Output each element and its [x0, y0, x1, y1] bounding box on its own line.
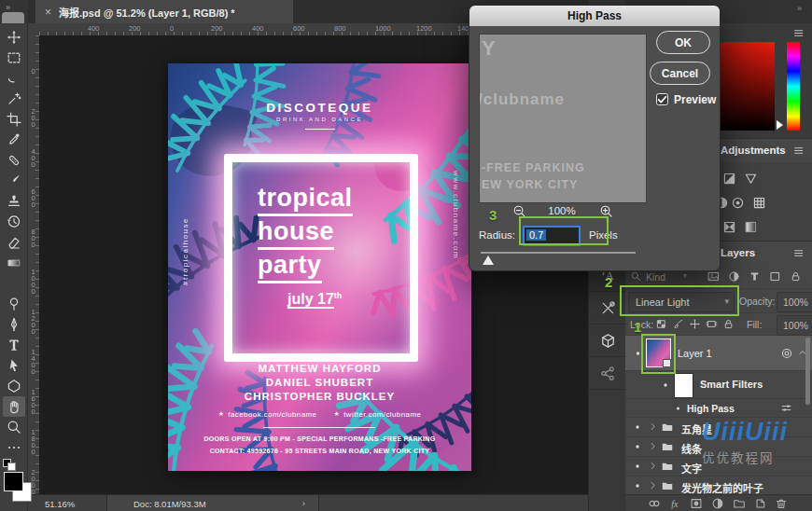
layer-group-row[interactable]: 五角星: [625, 418, 812, 437]
levels-adjustment-icon[interactable]: [722, 172, 736, 186]
foreground-color-swatch[interactable]: [4, 472, 23, 491]
eye-icon[interactable]: [631, 460, 644, 473]
filter-item-row[interactable]: High Pass: [625, 399, 812, 418]
tool-move[interactable]: [3, 27, 25, 48]
layers-scrollbar[interactable]: [805, 338, 810, 405]
tool-rectangular-marquee[interactable]: [3, 48, 25, 68]
tool-brush[interactable]: [3, 171, 25, 191]
close-tab-icon[interactable]: ×: [45, 7, 51, 18]
shapesq-filter-icon[interactable]: [769, 270, 781, 283]
tool-history-brush[interactable]: [3, 212, 25, 232]
link-icon[interactable]: [648, 497, 661, 510]
tools-icon: [600, 300, 616, 316]
hue-slider[interactable]: [787, 42, 800, 131]
document-tab[interactable]: × 海报.psd @ 51.2% (Layer 1, RGB/8) *: [35, 0, 293, 23]
collapse-right-chevrons[interactable]: »: [797, 4, 803, 13]
halfcircle-filter-icon[interactable]: [728, 270, 740, 283]
gradsq-adjustment-icon[interactable]: [744, 220, 758, 234]
cancel-button[interactable]: Cancel: [650, 62, 710, 85]
poster-canvas[interactable]: DISCOTEQUE DRINK AND DANCE tropicalhouse…: [168, 63, 471, 471]
hue-pointer[interactable]: [777, 120, 783, 130]
trash-icon[interactable]: [775, 497, 788, 510]
tool-eyedropper[interactable]: [3, 130, 25, 150]
eye-icon[interactable]: [631, 479, 644, 492]
filter-options-icon[interactable]: [780, 402, 792, 414]
dialog-title[interactable]: High Pass: [469, 6, 720, 26]
halfcircle-icon[interactable]: [711, 497, 724, 510]
tool-edit-toolbar[interactable]: [3, 437, 25, 458]
expand-chevron-icon[interactable]: [648, 461, 658, 471]
layers-panel-menu-icon[interactable]: [793, 247, 805, 259]
tool-hand[interactable]: [3, 396, 25, 417]
3d-panel[interactable]: [589, 325, 626, 357]
chevron-down-icon[interactable]: ▾: [683, 271, 687, 280]
eye-icon[interactable]: [631, 421, 644, 434]
newlayer-icon[interactable]: [753, 497, 766, 510]
eye-icon[interactable]: [659, 379, 672, 392]
tool-path-selection[interactable]: [3, 355, 25, 376]
tool-pen[interactable]: [3, 314, 25, 335]
typeT-filter-icon[interactable]: [749, 270, 761, 283]
document-size-indicator[interactable]: Doc: 8.01M/93.3M ›: [106, 495, 319, 511]
radius-slider-thumb[interactable]: [483, 256, 494, 265]
tab-adjustments[interactable]: Adjustments: [721, 145, 786, 156]
tool-crop[interactable]: [3, 109, 25, 130]
expand-chevron-icon[interactable]: [648, 480, 658, 490]
folderline-icon[interactable]: [733, 497, 746, 510]
lock-checker-icon[interactable]: [655, 318, 667, 330]
fx-icon[interactable]: fx: [669, 497, 682, 510]
vibrance-adjustment-icon[interactable]: [731, 196, 745, 210]
lock-filter-icon[interactable]: [790, 270, 802, 283]
tool-eraser[interactable]: [3, 232, 25, 253]
color-panel-menu-icon[interactable]: [793, 27, 805, 39]
tool-magic-wand[interactable]: [3, 89, 25, 109]
lock-movesm-icon[interactable]: [689, 318, 701, 330]
share-panel[interactable]: [589, 357, 626, 390]
tab-layers[interactable]: Layers: [721, 247, 755, 258]
layer-group-row[interactable]: 文字: [625, 457, 812, 476]
lock-lock-icon[interactable]: [722, 318, 735, 330]
zoom-level-field[interactable]: 51.16%: [45, 499, 75, 509]
tool-lasso[interactable]: [3, 68, 25, 89]
smart-filters-row[interactable]: Smart Filters: [625, 371, 812, 399]
preview-checkbox[interactable]: [656, 93, 668, 105]
tool-shape[interactable]: [3, 376, 25, 396]
swap-colors-widget[interactable]: [3, 459, 18, 470]
tool-clone-stamp[interactable]: [3, 191, 25, 212]
lock-brushsm-icon[interactable]: [672, 318, 684, 330]
image-filter-icon[interactable]: [707, 270, 720, 283]
adjustments-panel-menu-icon[interactable]: [793, 145, 805, 157]
layer-group-row[interactable]: 发光物之前的叶子: [625, 476, 812, 496]
filter-mask-thumbnail[interactable]: [674, 373, 693, 398]
tool-type[interactable]: [3, 335, 25, 355]
tool-dodge[interactable]: [3, 294, 25, 314]
layer-group-row[interactable]: 线条: [625, 437, 812, 457]
status-expand-chevron[interactable]: ›: [302, 498, 305, 508]
tool-spot-healing-brush[interactable]: [3, 150, 25, 171]
expand-chevron-icon[interactable]: [648, 441, 658, 451]
opacity-field[interactable]: 100% ▾: [777, 292, 812, 312]
eye-icon[interactable]: [672, 402, 684, 414]
mask-icon[interactable]: [690, 497, 703, 510]
tool-zoom[interactable]: [3, 417, 25, 437]
grid-adjustment-icon[interactable]: [752, 196, 766, 210]
tool-blur[interactable]: [3, 273, 25, 294]
ruler-mark: 200: [29, 107, 37, 127]
invert-adjustment-icon[interactable]: [722, 220, 736, 234]
folder-icon: [661, 460, 674, 473]
marquee-icon: [7, 50, 21, 65]
eye-icon[interactable]: [631, 440, 644, 453]
move-icon: [7, 30, 21, 45]
layer-filter-kind[interactable]: Kind: [646, 271, 665, 283]
collapse-left-chevrons[interactable]: »: [6, 3, 11, 12]
poster-hashtag-vertical: #tropicalhouse: [181, 217, 189, 285]
expand-chevron-icon[interactable]: [648, 421, 658, 432]
smart-filter-badge-icon[interactable]: [780, 347, 793, 360]
tool-gradient[interactable]: [3, 253, 25, 273]
lock-artboard-icon[interactable]: [706, 318, 718, 330]
radius-slider-track[interactable]: [481, 252, 636, 254]
ok-button[interactable]: OK: [656, 31, 710, 54]
fill-field[interactable]: 100% ▾: [777, 315, 812, 336]
filter-preview[interactable]: Y /clubname -FREE PARKING EW YORK CITY: [479, 34, 647, 203]
tri-adjustment-icon[interactable]: [744, 172, 758, 186]
